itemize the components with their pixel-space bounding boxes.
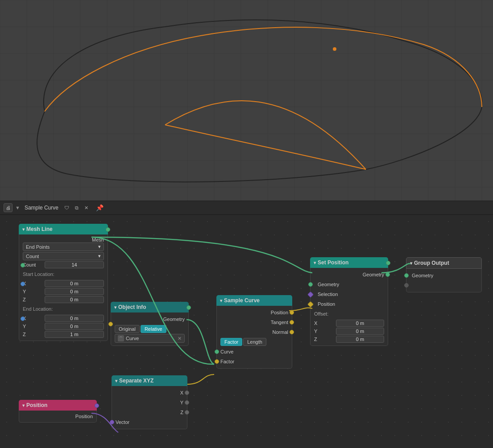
- viewport-3d[interactable]: [0, 0, 493, 201]
- sp-x-value[interactable]: 0 m: [336, 320, 384, 327]
- sp-y-value[interactable]: 0 m: [336, 328, 384, 335]
- mesh-output-socket[interactable]: [106, 227, 110, 232]
- sp-geometry-out-label: Geometry: [363, 272, 384, 277]
- go-geometry-label: Geometry: [410, 273, 433, 278]
- original-btn[interactable]: Original: [115, 325, 140, 333]
- position-output-socket[interactable]: [95, 403, 99, 408]
- end-location-label-row: End Location:: [19, 304, 108, 314]
- copy-icon[interactable]: ⧉: [73, 204, 81, 212]
- mode1-label: End Points: [26, 244, 50, 250]
- position-title: Position: [26, 402, 47, 408]
- factor-length-row: Factor Length: [220, 338, 288, 346]
- group-output-node: ▾ Group Output Geometry: [406, 257, 482, 292]
- end-z-value[interactable]: 1 m: [45, 331, 104, 338]
- relative-btn[interactable]: Relative: [141, 325, 166, 333]
- sc-normal-row: Normal: [217, 327, 292, 337]
- sp-selection-socket[interactable]: [307, 292, 314, 298]
- geometry-label: Geometry: [163, 316, 185, 322]
- curve-input-socket[interactable]: [108, 322, 113, 326]
- group-output-body: Geometry: [406, 269, 482, 292]
- sc-position-row: Position: [217, 308, 292, 317]
- start-z-value[interactable]: 0 m: [45, 296, 104, 303]
- object-info-title: Object Info: [118, 304, 146, 310]
- mesh-line-title: Mesh Line: [26, 226, 53, 232]
- sc-normal-label: Normal: [273, 329, 288, 335]
- sample-curve-node: ▾ Sample Curve Position Tangent Normal F…: [216, 295, 292, 369]
- sp-geom-socket[interactable]: [385, 272, 390, 277]
- dropdown-arrow2: ▾: [98, 253, 101, 259]
- sp-x-row: X 0 m: [314, 320, 384, 327]
- sc-curve-input-socket[interactable]: [215, 349, 219, 354]
- end-x-socket[interactable]: [21, 316, 25, 321]
- set-position-output-socket[interactable]: [386, 261, 390, 265]
- group-output-header[interactable]: ▾ Group Output: [406, 257, 482, 269]
- sxyz-x-label: X: [180, 390, 183, 395]
- sxyz-x-socket[interactable]: [185, 390, 189, 395]
- sxyz-z-socket[interactable]: [185, 410, 189, 415]
- sc-position-label: Position: [271, 310, 288, 315]
- set-position-node: ▾ Set Position Geometry Geometry Selecti…: [310, 257, 388, 346]
- object-info-header[interactable]: ▾ Object Info: [111, 302, 189, 312]
- mode2-dropdown[interactable]: Count ▾: [23, 252, 104, 260]
- count-row: Count 14: [23, 261, 104, 268]
- sp-selection-row: Selection: [311, 289, 388, 299]
- position-node: ▾ Position Position: [19, 400, 97, 423]
- curve-clear-icon[interactable]: ✕: [178, 336, 182, 341]
- separate-xyz-header[interactable]: ▾ Separate XYZ: [112, 375, 187, 386]
- curve-object-row[interactable]: ⌒ Curve ✕: [115, 334, 185, 343]
- object-info-geometry-socket[interactable]: [186, 305, 191, 310]
- separate-xyz-title: Separate XYZ: [119, 378, 153, 384]
- start-x-value[interactable]: 0 m: [45, 280, 104, 287]
- sc-factor-label: Factor: [220, 359, 234, 364]
- end-location-label: End Location:: [23, 306, 53, 312]
- shield-icon[interactable]: 🛡: [63, 204, 71, 212]
- geometry-row: Geometry: [111, 314, 188, 324]
- sp-z-value[interactable]: 0 m: [336, 336, 384, 343]
- mode1-dropdown[interactable]: End Points ▾: [23, 242, 104, 251]
- start-x-row: X 0 m: [23, 280, 104, 287]
- sxyz-vector-socket[interactable]: [110, 420, 114, 424]
- go-extra-row: [406, 280, 481, 290]
- pin-icon[interactable]: 📌: [96, 204, 104, 211]
- factor-btn[interactable]: Factor: [220, 338, 242, 346]
- count-socket[interactable]: [21, 263, 25, 267]
- sc-position-socket[interactable]: [290, 310, 294, 315]
- sp-geom-in-socket[interactable]: [308, 282, 313, 287]
- go-geometry-socket[interactable]: [404, 273, 409, 278]
- start-x-socket[interactable]: [21, 282, 25, 286]
- go-extra-socket[interactable]: [404, 283, 409, 288]
- end-y-row: Y 0 m: [23, 323, 104, 330]
- end-x-value[interactable]: 0 m: [45, 315, 104, 322]
- sc-tangent-socket[interactable]: [290, 320, 294, 325]
- node-editor[interactable]: ▾ Mesh Line Mesh End Points ▾ Count ▾ Co…: [0, 215, 493, 448]
- sxyz-x-row: X: [112, 388, 187, 398]
- close-icon[interactable]: ✕: [83, 204, 91, 212]
- printer-icon[interactable]: 🖨: [4, 203, 12, 212]
- sp-y-row: Y 0 m: [314, 328, 384, 335]
- mesh-line-node: ▾ Mesh Line Mesh End Points ▾ Count ▾ Co…: [19, 224, 108, 341]
- sample-curve-header[interactable]: ▾ Sample Curve: [216, 295, 292, 306]
- mesh-line-header[interactable]: ▾ Mesh Line: [19, 224, 108, 234]
- set-position-header[interactable]: ▾ Set Position: [310, 257, 388, 268]
- sc-factor-input-socket[interactable]: [215, 359, 219, 364]
- set-position-title: Set Position: [318, 259, 348, 266]
- object-info-body: Geometry Original Relative ⌒ Curve ✕: [111, 312, 189, 346]
- end-y-value[interactable]: 0 m: [45, 323, 104, 330]
- position-header[interactable]: ▾ Position: [19, 400, 97, 411]
- sxyz-z-row: Z: [112, 407, 187, 417]
- sxyz-vector-row: Vector: [112, 417, 187, 427]
- dropdown-arrow: ▾: [98, 244, 101, 250]
- mesh-label: Mesh: [92, 237, 104, 242]
- count-value[interactable]: 14: [45, 261, 104, 268]
- start-y-value[interactable]: 0 m: [45, 288, 104, 295]
- length-btn[interactable]: Length: [243, 338, 266, 346]
- sxyz-y-socket[interactable]: [185, 400, 189, 405]
- mode2-label: Count: [26, 254, 39, 259]
- separate-xyz-body: X Y Z Vector: [112, 386, 187, 429]
- start-y-row: Y 0 m: [23, 288, 104, 295]
- sxyz-vector-label: Vector: [116, 419, 129, 425]
- sc-normal-socket[interactable]: [290, 330, 294, 334]
- sp-position-socket[interactable]: [307, 301, 314, 308]
- count-label: Count: [23, 262, 43, 267]
- sxyz-y-label: Y: [180, 400, 183, 405]
